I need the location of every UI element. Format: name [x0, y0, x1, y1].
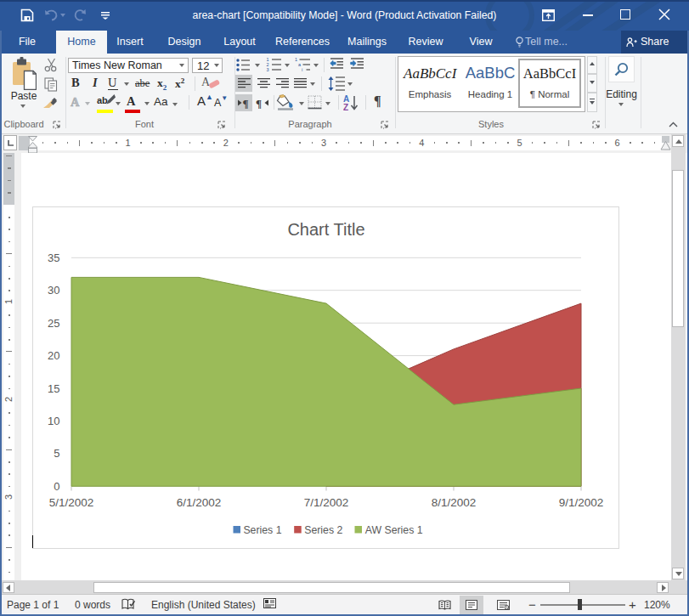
svg-text:¶: ¶: [256, 97, 262, 109]
svg-text:6/1/2002: 6/1/2002: [177, 496, 222, 509]
svg-text:25: 25: [48, 317, 59, 330]
svg-text:1: 1: [295, 57, 297, 62]
svg-text:7/1/2002: 7/1/2002: [304, 496, 349, 509]
svg-text:35: 35: [48, 251, 59, 264]
svg-text:8/1/2002: 8/1/2002: [432, 496, 477, 509]
svg-text:30: 30: [48, 284, 59, 297]
svg-text:10: 10: [48, 415, 59, 427]
svg-text:15: 15: [48, 382, 59, 395]
svg-text:Series 1: Series 1: [243, 524, 281, 536]
svg-text:3: 3: [267, 67, 269, 72]
svg-text:5/1/2002: 5/1/2002: [49, 496, 94, 509]
svg-text:Chart Title: Chart Title: [287, 220, 364, 239]
svg-text:¶: ¶: [243, 97, 249, 109]
svg-text:0: 0: [54, 480, 59, 493]
svg-text:Z: Z: [343, 103, 348, 111]
svg-text:i: i: [302, 67, 302, 72]
svg-text:9/1/2002: 9/1/2002: [559, 496, 604, 509]
svg-text:5: 5: [54, 447, 59, 460]
svg-text:Series 2: Series 2: [304, 524, 342, 536]
svg-text:20: 20: [48, 349, 59, 362]
svg-text:AW Series 1: AW Series 1: [365, 524, 423, 536]
